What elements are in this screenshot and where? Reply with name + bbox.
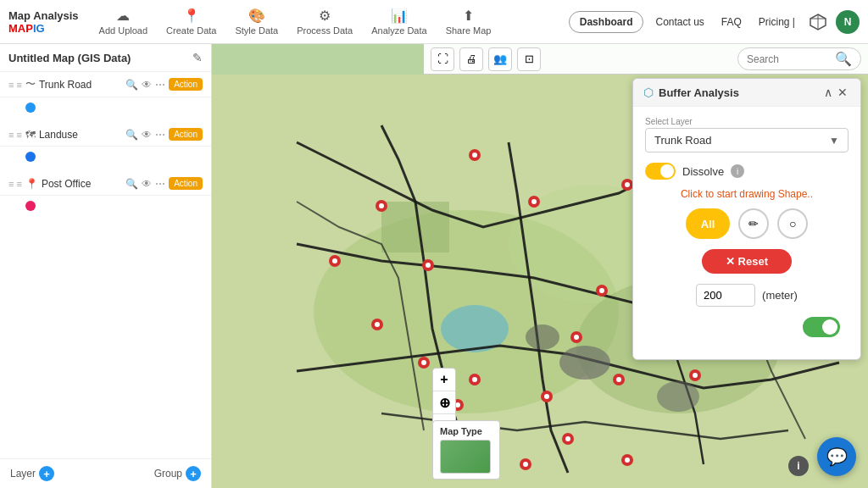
- layer-actions-post: 🔍 👁 ⋯ Action: [125, 177, 203, 190]
- minimize-button[interactable]: ∧: [821, 86, 835, 99]
- layer-color-dot: [25, 103, 36, 113]
- add-layer-button[interactable]: Layer +: [10, 466, 54, 481]
- panel-title: Untitled Map (GIS Data): [8, 52, 187, 64]
- layer-label: Layer: [10, 468, 36, 480]
- layer-color-dot-3: [25, 201, 36, 211]
- app-title: Map Analysis: [8, 9, 79, 22]
- plus-icon-group: +: [186, 466, 201, 481]
- search-layer-icon-2[interactable]: 🔍: [125, 129, 138, 141]
- action-button-landuse[interactable]: Action: [169, 128, 203, 141]
- eye-icon[interactable]: 👁: [142, 79, 152, 91]
- nav-style-data[interactable]: 🎨 Style Data: [228, 4, 285, 39]
- action-button-post[interactable]: Action: [169, 177, 203, 190]
- action-button-trunk[interactable]: Action: [169, 78, 203, 91]
- svg-point-16: [426, 263, 431, 268]
- svg-point-18: [531, 199, 537, 204]
- app-logo-sub: MAPIG: [8, 22, 45, 35]
- pricing-button[interactable]: Pricing |: [754, 12, 800, 32]
- select-layer-dropdown[interactable]: Trunk Road ▼: [645, 128, 849, 152]
- dissolve-toggle[interactable]: [645, 163, 676, 180]
- nav-create-data[interactable]: 📍 Create Data: [159, 4, 223, 39]
- nav-add-upload[interactable]: ☁ Add Upload: [92, 4, 155, 39]
- zoom-in-btn[interactable]: +: [433, 369, 455, 391]
- map-type-thumbnail[interactable]: [440, 440, 491, 474]
- layer-dot-row-trunk: [0, 97, 211, 123]
- layer-item-trunk-road: ≡ ≡ 〜 Trunk Road 🔍 👁 ⋯ Action: [0, 72, 211, 97]
- dissolve-label: Dissolve: [682, 165, 724, 178]
- meter-input[interactable]: [696, 284, 755, 307]
- reset-button[interactable]: Reset: [702, 249, 792, 274]
- svg-point-42: [523, 462, 528, 467]
- drag-handle-landuse[interactable]: ≡ ≡: [8, 130, 22, 140]
- plus-icon: +: [39, 466, 54, 481]
- main-area: Untitled Map (GIS Data) ✎ ≡ ≡ 〜 Trunk Ro…: [0, 44, 868, 488]
- buffer-panel: ⬡ Buffer Analysis ∧ ✕ Select Layer Trunk…: [632, 78, 861, 360]
- nav-process-data[interactable]: ⚙ Process Data: [290, 4, 359, 39]
- search-layer-icon[interactable]: 🔍: [125, 79, 138, 91]
- map-type-box[interactable]: Map Type: [432, 420, 500, 480]
- layer-item-post-office: ≡ ≡ 📍 Post Office 🔍 👁 ⋯ Action: [0, 172, 211, 196]
- grid-btn[interactable]: ⊡: [517, 47, 541, 71]
- nav-analyze-data[interactable]: 📊 Analyze Data: [364, 4, 433, 39]
- buffer-icon: ⬡: [643, 86, 654, 99]
- drag-handle-post[interactable]: ≡ ≡: [8, 179, 22, 189]
- edit-icon[interactable]: ✎: [192, 51, 203, 64]
- buffer-title: Buffer Analysis: [659, 86, 821, 99]
- dissolve-info-icon[interactable]: i: [731, 164, 744, 178]
- close-button[interactable]: ✕: [835, 86, 850, 99]
- execute-toggle[interactable]: [803, 317, 840, 337]
- svg-point-20: [625, 182, 630, 187]
- svg-point-10: [472, 152, 477, 158]
- drag-handle[interactable]: ≡ ≡: [8, 80, 22, 90]
- svg-point-12: [379, 203, 384, 208]
- more-icon-2[interactable]: ⋯: [155, 129, 165, 141]
- print-btn[interactable]: 🖨: [459, 47, 483, 71]
- draw-shape-text: Click to start drawing Shape..: [645, 188, 849, 200]
- pencil-draw-button[interactable]: ✏: [738, 208, 769, 239]
- search-box[interactable]: 🔍: [737, 47, 861, 70]
- map-area[interactable]: ⛶ 🖨 👥 ⊡ 🔍: [212, 44, 868, 488]
- compass-btn[interactable]: ⊕: [433, 391, 455, 413]
- eye-icon-3[interactable]: 👁: [142, 178, 152, 190]
- post-office-icon: 📍: [25, 178, 38, 190]
- user-avatar[interactable]: N: [836, 10, 860, 34]
- layer-actions-landuse: 🔍 👁 ⋯ Action: [125, 128, 203, 141]
- chat-bubble[interactable]: 💬: [817, 437, 856, 476]
- zoom-extent-btn[interactable]: ⛶: [431, 47, 454, 71]
- layer-actions: 🔍 👁 ⋯ Action: [125, 78, 203, 91]
- meter-row: (meter): [645, 284, 849, 307]
- analyze-icon: 📊: [391, 8, 408, 24]
- info-button[interactable]: i: [788, 456, 809, 476]
- add-group-button[interactable]: Group +: [154, 466, 201, 481]
- all-shapes-button[interactable]: All: [686, 208, 731, 239]
- meter-unit-label: (meter): [762, 289, 798, 302]
- nav-share-map[interactable]: ⬆ Share Map: [439, 4, 498, 39]
- create-icon: 📍: [183, 8, 200, 24]
- layer-dot-row-post: [0, 196, 211, 221]
- landuse-icon: 🗺: [25, 129, 36, 141]
- svg-point-52: [472, 377, 477, 382]
- svg-point-48: [421, 360, 426, 365]
- search-layer-icon-3[interactable]: 🔍: [125, 178, 138, 190]
- map-type-label: Map Type: [440, 426, 492, 436]
- logo: Map Analysis MAPIG: [8, 9, 79, 35]
- layer-dot-row-landuse: [0, 147, 211, 172]
- svg-point-14: [332, 258, 337, 263]
- circle-draw-button[interactable]: ○: [777, 208, 808, 239]
- dashboard-button[interactable]: Dashboard: [569, 11, 644, 33]
- more-icon-3[interactable]: ⋯: [155, 178, 165, 190]
- dissolve-row: Dissolve i: [645, 163, 849, 180]
- pencil-icon: ✏: [748, 217, 759, 230]
- eye-icon-2[interactable]: 👁: [142, 129, 152, 141]
- search-icon: 🔍: [835, 51, 852, 67]
- contact-button[interactable]: Contact us: [650, 12, 709, 32]
- search-input[interactable]: [747, 53, 832, 65]
- measure-btn[interactable]: 👥: [488, 47, 512, 71]
- panel-footer: Layer + Group +: [0, 458, 211, 488]
- more-icon[interactable]: ⋯: [155, 79, 165, 91]
- group-label: Group: [154, 468, 182, 480]
- faq-button[interactable]: FAQ: [716, 12, 747, 32]
- svg-point-58: [657, 381, 699, 412]
- svg-point-57: [526, 324, 559, 350]
- svg-point-54: [625, 458, 630, 463]
